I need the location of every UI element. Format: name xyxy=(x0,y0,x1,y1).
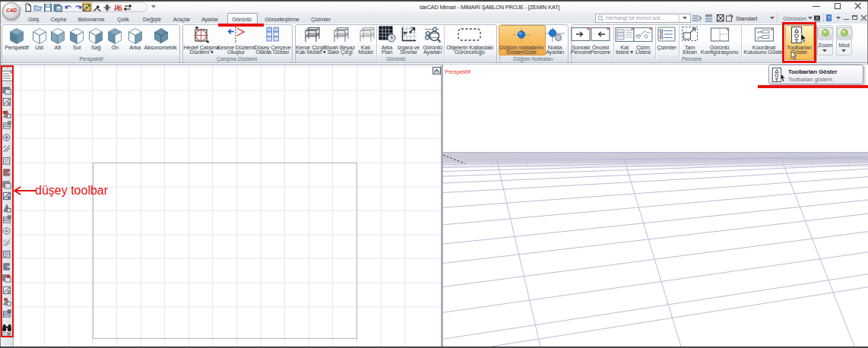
svg-text:x=: x= xyxy=(757,30,762,34)
svg-text:y=: y= xyxy=(757,35,762,40)
